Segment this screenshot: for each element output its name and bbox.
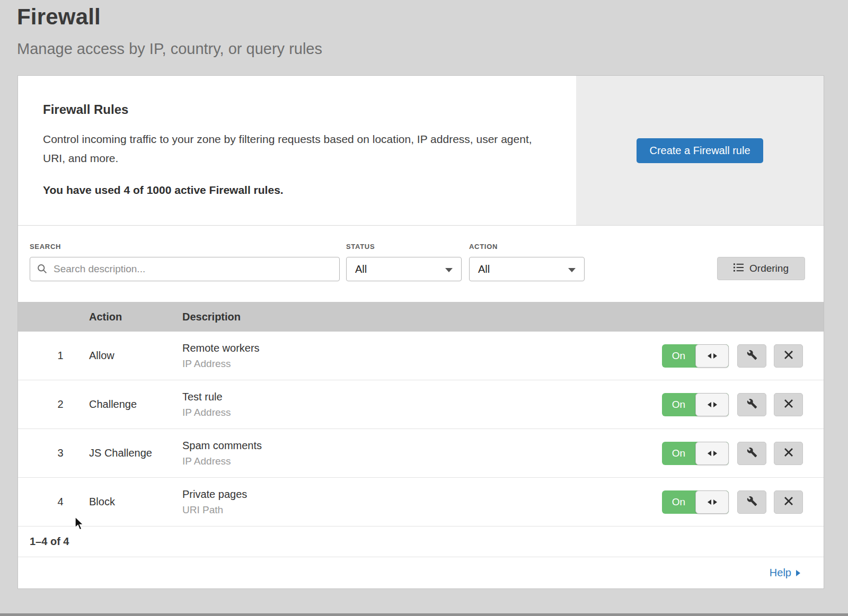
action-filter-group: ACTION All <box>469 243 585 281</box>
rule-field: IP Address <box>182 407 662 418</box>
intro-text-block: Firewall Rules Control incoming traffic … <box>18 76 576 225</box>
column-header-description: Description <box>182 311 662 323</box>
page-subtitle: Manage access by IP, country, or query r… <box>17 40 322 58</box>
rule-priority: 1 <box>18 350 89 362</box>
toggle-knob-icon <box>695 393 729 416</box>
close-icon <box>784 448 793 459</box>
ordered-list-icon <box>734 263 744 275</box>
section-heading: Firewall Rules <box>43 102 551 117</box>
create-firewall-rule-button[interactable]: Create a Firewall rule <box>637 138 763 163</box>
rule-description: Private pages <box>182 488 662 501</box>
rule-priority: 4 <box>18 496 89 508</box>
delete-rule-button[interactable] <box>774 393 803 416</box>
filters-bar: SEARCH STATUS All ACTION All <box>18 226 824 302</box>
toggle-knob-icon <box>695 344 729 368</box>
action-label: ACTION <box>469 243 585 251</box>
table-row: 3 JS Challenge Spam comments IP Address … <box>18 429 824 478</box>
status-filter-group: STATUS All <box>346 243 462 281</box>
page-header: Firewall Manage access by IP, country, o… <box>17 4 322 58</box>
chevron-down-icon <box>568 268 576 272</box>
pagination-summary: 1–4 of 4 <box>30 535 69 548</box>
status-label: STATUS <box>346 243 462 251</box>
rule-description: Remote workers <box>182 342 662 354</box>
table-row: 4 Block Private pages URI Path On <box>18 478 824 526</box>
rule-enabled-toggle[interactable]: On <box>662 344 729 368</box>
wrench-icon <box>747 496 757 508</box>
rule-action: Block <box>89 496 182 508</box>
create-rule-panel: Create a Firewall rule <box>576 76 824 225</box>
edit-rule-button[interactable] <box>737 490 766 514</box>
rule-field: URI Path <box>182 504 662 516</box>
card-intro-section: Firewall Rules Control incoming traffic … <box>18 76 824 226</box>
table-row: 2 Challenge Test rule IP Address On <box>18 380 824 429</box>
toggle-state-label: On <box>662 393 695 416</box>
delete-rule-button[interactable] <box>774 490 803 514</box>
toggle-knob-icon <box>695 490 729 514</box>
wrench-icon <box>747 398 757 410</box>
toggle-knob-icon <box>695 442 729 465</box>
rule-description: Test rule <box>182 391 662 403</box>
action-select[interactable]: All <box>469 257 585 281</box>
search-input[interactable] <box>30 257 340 281</box>
delete-rule-button[interactable] <box>774 344 803 368</box>
close-icon <box>784 399 793 410</box>
wrench-icon <box>747 447 757 459</box>
search-icon <box>37 263 48 276</box>
page-title: Firewall <box>17 4 322 30</box>
rule-description: Spam comments <box>182 440 662 452</box>
rule-priority: 2 <box>18 398 89 410</box>
help-bar: Help <box>18 557 824 588</box>
column-header-action: Action <box>89 311 182 323</box>
rule-enabled-toggle[interactable]: On <box>662 393 729 416</box>
rule-field: IP Address <box>182 358 662 370</box>
rule-action: Challenge <box>89 398 182 410</box>
window-bottom-edge <box>0 613 848 616</box>
action-selected-value: All <box>478 263 490 275</box>
chevron-right-icon <box>796 570 800 576</box>
rule-action: Allow <box>89 350 182 362</box>
edit-rule-button[interactable] <box>737 393 766 416</box>
search-filter-group: SEARCH <box>30 243 340 281</box>
usage-summary: You have used 4 of 1000 active Firewall … <box>43 184 551 197</box>
delete-rule-button[interactable] <box>774 442 803 465</box>
edit-rule-button[interactable] <box>737 344 766 368</box>
section-description: Control incoming traffic to your zone by… <box>43 130 546 168</box>
edit-rule-button[interactable] <box>737 442 766 465</box>
toggle-state-label: On <box>662 442 695 465</box>
search-label: SEARCH <box>30 243 340 251</box>
help-link-label: Help <box>770 567 791 579</box>
close-icon <box>784 496 793 507</box>
rule-action: JS Challenge <box>89 447 182 459</box>
pagination-bar: 1–4 of 4 <box>18 526 824 557</box>
rule-field: IP Address <box>182 456 662 467</box>
wrench-icon <box>747 350 757 362</box>
help-link[interactable]: Help <box>770 567 800 579</box>
status-select[interactable]: All <box>346 257 462 281</box>
toggle-state-label: On <box>662 490 695 514</box>
ordering-button[interactable]: Ordering <box>717 257 805 280</box>
status-selected-value: All <box>355 263 367 275</box>
table-header: Action Description <box>18 302 824 332</box>
table-row: 1 Allow Remote workers IP Address On <box>18 332 824 380</box>
close-icon <box>784 350 793 361</box>
firewall-rules-card: Firewall Rules Control incoming traffic … <box>17 75 824 589</box>
chevron-down-icon <box>445 268 453 272</box>
rule-enabled-toggle[interactable]: On <box>662 442 729 465</box>
toggle-state-label: On <box>662 344 695 368</box>
rule-priority: 3 <box>18 447 89 459</box>
ordering-button-label: Ordering <box>749 263 789 274</box>
rule-enabled-toggle[interactable]: On <box>662 490 729 514</box>
